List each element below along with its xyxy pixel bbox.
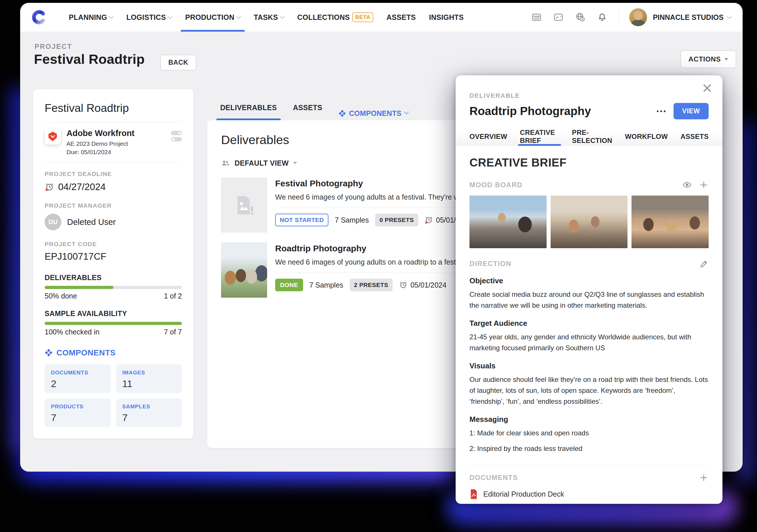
add-document-icon plus-icon[interactable]: [699, 473, 709, 483]
document-row[interactable]: Editorial Production Deck: [469, 489, 709, 499]
chevron-down-icon: [168, 14, 173, 19]
presets-badge: 2 PRESETS: [350, 279, 393, 291]
primary-nav: PLANNING LOGISTICS PRODUCTION TASKS COLL…: [62, 3, 470, 32]
panel-tab-pre-selection[interactable]: PRE-SELECTION: [572, 127, 612, 146]
samples-count: 7 Samples: [335, 216, 369, 224]
globe-clock-icon[interactable]: [575, 12, 586, 23]
tab-components[interactable]: COMPONENTS: [332, 98, 415, 120]
app-logo[interactable]: [32, 10, 46, 25]
tab-label: WORKFLOW: [625, 132, 668, 141]
sample-progress-fill: [45, 322, 182, 325]
mood-board-images: [469, 196, 709, 248]
view-button[interactable]: VIEW: [674, 103, 709, 119]
deliverable-thumbnail-photo: [221, 242, 267, 298]
nav-item-tasks[interactable]: TASKS: [247, 3, 290, 32]
objective-text: Create social media buzz around our Q2/Q…: [469, 289, 709, 311]
messaging-line-2: 2: Inspired by the roads less traveled: [469, 443, 709, 454]
tile-products[interactable]: PRODUCTS 7: [45, 398, 111, 427]
chevron-down-icon: [404, 110, 409, 114]
creative-brief-heading: CREATIVE BRIEF: [469, 156, 709, 169]
deliverables-progress-label: DELIVERABLES: [45, 273, 182, 282]
integration-line2: Due: 05/01/2024: [67, 148, 135, 156]
deadline-date: 04/27/2024: [58, 182, 106, 192]
view-selector-label: DEFAULT VIEW: [234, 159, 289, 167]
tab-label: ASSETS: [293, 103, 322, 112]
nav-item-assets[interactable]: ASSETS: [380, 3, 423, 32]
tile-samples[interactable]: SAMPLES 7: [116, 398, 182, 427]
panel-tab-workflow[interactable]: WORKFLOW: [625, 127, 668, 146]
add-mood-image-icon plus-icon[interactable]: [699, 180, 709, 190]
sample-progress-stats: 100% checked in 7 of 7: [45, 328, 182, 336]
tab-label: COMPONENTS: [349, 109, 402, 118]
integration-toggle-icon[interactable]: [171, 128, 182, 142]
direction-header: DIRECTION: [469, 259, 709, 268]
panel-content: CREATIVE BRIEF MOOD BOARD: [456, 146, 722, 504]
actions-button[interactable]: ACTIONS: [681, 50, 736, 68]
progress-right: 1 of 2: [164, 292, 182, 300]
notifications-bell-icon[interactable]: [597, 12, 608, 23]
toggle-pill: [171, 131, 182, 135]
chevron-down-icon: [109, 14, 114, 19]
mood-image-2[interactable]: [551, 196, 628, 248]
eye-icon[interactable]: [682, 180, 692, 190]
panel-tab-creative-brief[interactable]: CREATIVE BRIEF: [520, 127, 559, 146]
target-audience-heading: Target Audience: [469, 319, 709, 328]
user-avatar[interactable]: [629, 8, 647, 26]
edit-pencil-icon[interactable]: [699, 259, 709, 268]
barcode-icon[interactable]: [531, 12, 542, 23]
content-tabs: DELIVERABLES ASSETS COMPONENTS: [214, 98, 415, 120]
actions-label: ACTIONS: [688, 55, 721, 63]
panel-tab-overview[interactable]: OVERVIEW: [469, 127, 507, 146]
tile-images[interactable]: IMAGES 11: [116, 364, 182, 393]
tab-label: PRE-SELECTION: [572, 128, 612, 145]
caret-down-icon: [293, 162, 297, 164]
tab-deliverables[interactable]: DELIVERABLES: [214, 98, 284, 120]
components-section-link[interactable]: COMPONENTS: [45, 348, 182, 357]
image-placeholder-icon: [233, 194, 255, 216]
tile-documents[interactable]: DOCUMENTS 2: [45, 364, 111, 393]
visuals-heading: Visuals: [469, 361, 709, 370]
toggle-pill: [171, 137, 182, 142]
panel-header: DELIVERABLE Roadtrip Photography VIEW: [456, 75, 722, 119]
status-badge: NOT STARTED: [275, 214, 328, 226]
navbar-right: PINNACLE STUDIOS: [520, 8, 731, 26]
more-options-icon[interactable]: [657, 110, 665, 112]
people-icon: [221, 158, 230, 168]
progress-right: 7 of 7: [164, 328, 182, 336]
mood-image-3[interactable]: [631, 196, 709, 248]
project-summary-card: Festival Roadtrip Adobe Workfront AE 202…: [33, 89, 194, 438]
tab-label: ASSETS: [681, 132, 709, 141]
tile-label: PRODUCTS: [51, 404, 105, 410]
project-code-label: PROJECT CODE: [45, 241, 182, 248]
back-button[interactable]: BACK: [160, 55, 196, 70]
nav-label: LOGISTICS: [126, 13, 166, 21]
nav-item-planning[interactable]: PLANNING: [62, 3, 120, 32]
account-menu[interactable]: PINNACLE STUDIOS: [653, 13, 731, 21]
mood-image-1[interactable]: [469, 196, 547, 248]
panel-tab-assets[interactable]: ASSETS: [681, 127, 709, 146]
nav-label: PLANNING: [69, 13, 107, 21]
nav-item-collections[interactable]: COLLECTIONSBETA: [291, 3, 380, 32]
documents-label: DOCUMENTS: [469, 474, 518, 482]
sample-progress-bar: [45, 322, 182, 325]
workfront-integration-row[interactable]: Adobe Workfront AE 2023 Demo Project Due…: [45, 122, 182, 162]
mood-board-label: MOOD BOARD: [469, 181, 523, 189]
nav-item-insights[interactable]: INSIGHTS: [422, 3, 470, 32]
tile-label: IMAGES: [122, 370, 176, 376]
missing-image-placeholder: [221, 178, 267, 233]
tab-assets[interactable]: ASSETS: [287, 98, 329, 120]
tab-label: OVERVIEW: [469, 132, 507, 141]
scan-card-icon[interactable]: [553, 12, 564, 23]
mood-board-header: MOOD BOARD: [469, 180, 709, 190]
manager-avatar: DU: [45, 214, 61, 230]
close-icon[interactable]: ✕: [702, 82, 713, 95]
nav-label: COLLECTIONS: [297, 13, 350, 21]
adobe-workfront-icon: [45, 128, 61, 145]
nav-label: PRODUCTION: [185, 13, 234, 21]
manager-row: DU Deleted User: [45, 214, 182, 230]
tile-value: 11: [122, 378, 176, 389]
alarm-clock-icon: [399, 281, 408, 289]
nav-item-production[interactable]: PRODUCTION: [178, 3, 247, 32]
nav-label: TASKS: [254, 13, 278, 21]
nav-item-logistics[interactable]: LOGISTICS: [120, 3, 178, 32]
